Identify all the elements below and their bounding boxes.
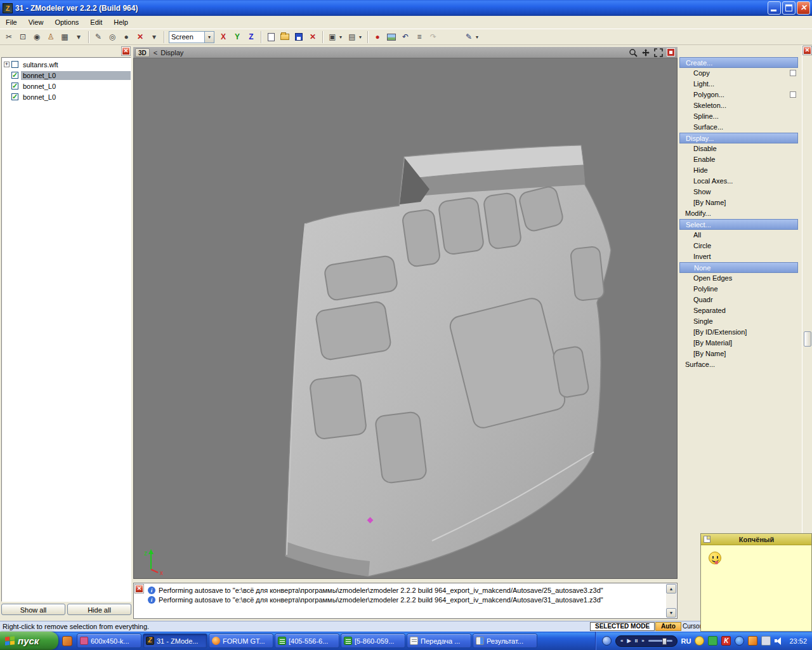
media-prev-icon[interactable]: « xyxy=(620,636,623,646)
cmd-display-by-name[interactable]: [By Name] xyxy=(679,197,798,208)
dropdown-arrow-icon[interactable] xyxy=(359,30,365,43)
dropdown-arrow-icon[interactable] xyxy=(476,30,481,43)
log-close-icon[interactable] xyxy=(135,585,143,593)
dock-scroll-thumb[interactable] xyxy=(804,331,811,347)
cmd-select[interactable]: Select... xyxy=(679,219,798,230)
show-all-button[interactable]: Show all xyxy=(1,604,65,615)
cut-icon[interactable]: ✂ xyxy=(2,30,16,43)
cmd-select-by-name[interactable]: [By Name] xyxy=(679,348,798,359)
task-button-transfer[interactable]: Передача ... xyxy=(407,633,471,648)
tree-item-label[interactable]: bonnet_L0 xyxy=(21,71,131,80)
cmd-surface[interactable]: Surface... xyxy=(679,359,798,370)
cmd-hide[interactable]: Hide xyxy=(679,165,798,176)
tray-icon-antivirus[interactable] xyxy=(708,636,717,646)
delete-spline-icon[interactable]: ✕ xyxy=(133,30,147,43)
screenshot-icon[interactable] xyxy=(384,30,398,43)
auto-mode-indicator[interactable]: Auto xyxy=(655,622,681,631)
close-button[interactable] xyxy=(797,1,810,15)
axis-y-toggle[interactable]: Y xyxy=(230,30,244,43)
tray-icon-codec[interactable] xyxy=(721,636,731,646)
cmd-light[interactable]: Light... xyxy=(679,79,798,90)
tree-root-row[interactable]: sultanrs.wft xyxy=(2,59,131,70)
menu-file[interactable]: File xyxy=(0,17,23,27)
viewport-canvas[interactable]: z x xyxy=(133,58,678,579)
cmd-local-axes[interactable]: Local Axes... xyxy=(679,176,798,187)
quad-select-icon[interactable]: ⊡ xyxy=(16,30,30,43)
media-player-icon[interactable] xyxy=(602,636,612,646)
delete-object-icon[interactable]: ✕ xyxy=(306,30,320,43)
media-next-icon[interactable]: » xyxy=(641,636,644,646)
menu-edit[interactable]: Edit xyxy=(84,17,108,27)
log-scrollbar[interactable] xyxy=(666,584,676,618)
axis-x-toggle[interactable]: X xyxy=(216,30,230,43)
cmd-copy[interactable]: Copy xyxy=(679,68,798,79)
sphere-primitive-icon[interactable]: ● xyxy=(119,30,133,43)
tray-icon-download[interactable] xyxy=(748,636,757,646)
cmd-surface-create[interactable]: Surface... xyxy=(679,122,798,133)
selected-mode-indicator[interactable]: SELECTED MODE xyxy=(590,622,655,631)
menu-help[interactable]: Help xyxy=(108,17,134,27)
save-file-icon[interactable] xyxy=(292,30,306,43)
new-file-icon[interactable] xyxy=(264,30,278,43)
cmd-skeleton[interactable]: Skeleton... xyxy=(679,100,798,111)
visibility-checkbox[interactable] xyxy=(11,83,18,90)
log-view-icon[interactable]: ≡ xyxy=(412,30,426,43)
material-pen-icon[interactable]: ✎ xyxy=(462,30,476,43)
media-play-icon[interactable]: ▶ xyxy=(627,636,631,646)
open-file-icon[interactable] xyxy=(278,30,292,43)
zoom-icon[interactable] xyxy=(629,48,638,57)
task-button-doc-1[interactable]: [405-556-6... xyxy=(275,633,339,648)
tree-root-label[interactable]: sultanrs.wft xyxy=(21,60,60,69)
visibility-checkbox[interactable] xyxy=(11,72,18,79)
minimize-button[interactable] xyxy=(768,1,781,15)
cmd-select-all[interactable]: All xyxy=(679,230,798,241)
viewport-menu-icon[interactable] xyxy=(667,48,675,56)
cmd-select-separated[interactable]: Separated xyxy=(679,305,798,316)
cmd-select-single[interactable]: Single xyxy=(679,316,798,327)
scroll-down-icon[interactable] xyxy=(666,608,676,618)
task-button-doc-2[interactable]: [5-860-059... xyxy=(341,633,405,648)
lathe-icon[interactable]: ◎ xyxy=(105,30,119,43)
render-icon[interactable]: ● xyxy=(370,30,384,43)
tree-item-bonnet-3[interactable]: bonnet_L0 xyxy=(2,91,131,102)
taskbar-clock[interactable]: 23:52 xyxy=(789,637,807,645)
cmd-select-quadr[interactable]: Quadr xyxy=(679,295,798,305)
sticky-note-header[interactable]: Копчёный xyxy=(701,534,811,545)
cmd-select-circle[interactable]: Circle xyxy=(679,241,798,251)
view-mode-select[interactable]: Screen xyxy=(169,31,214,43)
tray-icon-display[interactable] xyxy=(761,636,771,646)
cmd-polygon[interactable]: Polygon... xyxy=(679,90,798,100)
cmd-enable[interactable]: Enable xyxy=(679,154,798,165)
view-back-arrow[interactable]: < xyxy=(154,49,157,56)
menu-view[interactable]: View xyxy=(23,17,49,27)
cmd-select-by-id[interactable]: [By ID/Extension] xyxy=(679,327,798,338)
cmd-select-invert[interactable]: Invert xyxy=(679,251,798,262)
visibility-checkbox[interactable] xyxy=(11,93,18,100)
tray-icon-messenger[interactable] xyxy=(735,636,744,646)
cmd-select-by-material[interactable]: [By Material] xyxy=(679,338,798,348)
cmd-select-open-edges[interactable]: Open Edges xyxy=(679,273,798,284)
volume-slider[interactable] xyxy=(648,640,672,642)
tree-item-label[interactable]: bonnet_L0 xyxy=(21,93,58,102)
mesh-grid-icon[interactable]: ▦ xyxy=(58,30,72,43)
cmd-modify[interactable]: Modify... xyxy=(679,208,798,219)
view-mode-dropdown-icon[interactable] xyxy=(204,32,214,43)
scene-panel-close-icon[interactable] xyxy=(122,47,130,55)
paste-special-icon[interactable]: ▣ xyxy=(325,30,339,43)
copy-option-checkbox[interactable] xyxy=(790,70,796,76)
task-button-image-viewer[interactable]: 600x450-k... xyxy=(77,633,141,648)
root-checkbox[interactable] xyxy=(11,61,18,68)
tree-item-bonnet-1[interactable]: bonnet_L0 xyxy=(2,70,131,81)
menu-options[interactable]: Options xyxy=(49,17,84,27)
scroll-up-icon[interactable] xyxy=(666,584,676,594)
maximize-viewport-icon[interactable] xyxy=(654,48,663,57)
spline-pen-icon[interactable]: ✎ xyxy=(91,30,105,43)
cmd-spline[interactable]: Spline... xyxy=(679,111,798,122)
tree-item-bonnet-2[interactable]: bonnet_L0 xyxy=(2,81,131,91)
more-tools-dropdown-icon[interactable]: ▾ xyxy=(72,30,86,43)
polygon-option-checkbox[interactable] xyxy=(790,91,796,98)
cmd-show[interactable]: Show xyxy=(679,187,798,197)
expand-icon[interactable] xyxy=(4,62,10,67)
tray-icon-smiley[interactable] xyxy=(695,636,704,646)
shaded-view-icon[interactable]: ◉ xyxy=(30,30,44,43)
